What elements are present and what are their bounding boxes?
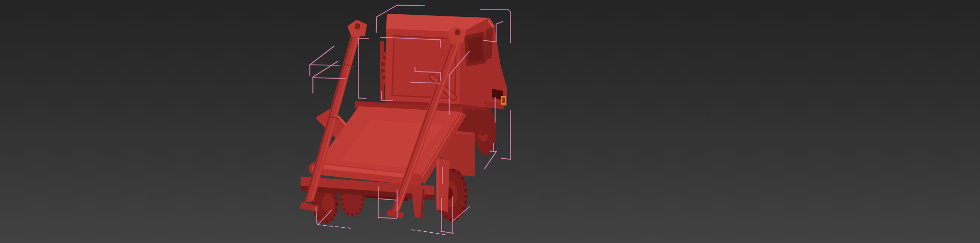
viewport-canvas[interactable] xyxy=(0,0,980,243)
right-arm-hook-notch xyxy=(455,29,460,36)
bed-roller-cap-right xyxy=(411,174,423,186)
left-arm-clevis-notch xyxy=(355,23,360,30)
3d-viewport[interactable] xyxy=(0,0,980,243)
cab-window-rear-glass xyxy=(468,36,483,63)
bracket-rear-wheel-h xyxy=(489,151,497,152)
cab-window-front xyxy=(486,28,492,59)
bracket-arm-left-upper-edge xyxy=(310,65,339,65)
front-left-wheel-hub xyxy=(322,193,334,213)
